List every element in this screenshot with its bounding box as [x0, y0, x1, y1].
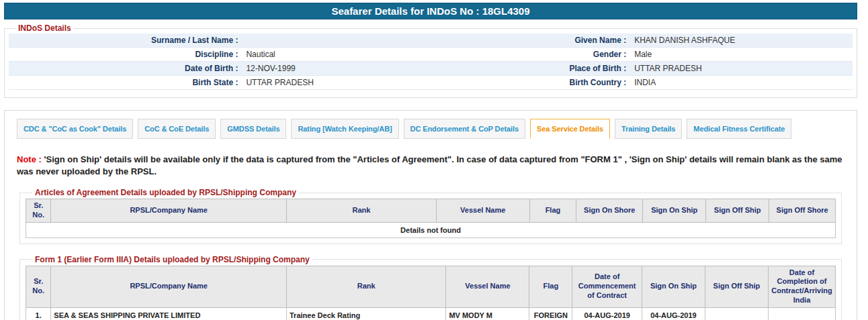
detail-row-birth: Date of Birth : 12-NOV-1999 Place of Bir… — [9, 62, 853, 76]
details-not-found-message: Details not found — [26, 222, 836, 237]
form1-table: Sr. No. RPSL/Company Name Rank Vessel Na… — [26, 266, 836, 320]
tab-content-panel: CDC & "CoC as Cook" Details CoC & CoE De… — [4, 110, 857, 320]
indos-details-section: INDoS Details Surname / Last Name : Give… — [4, 23, 857, 98]
col-sign-on-ship: Sign On Ship — [643, 199, 706, 223]
fieldset-spacer — [9, 90, 853, 94]
col-date-of-commencement: Date of Commencement of Contract — [572, 266, 642, 307]
articles-of-agreement-section: Articles of Agreement Details uploaded b… — [19, 188, 842, 244]
col-sign-off-shore: Sign Off Shore — [769, 199, 836, 223]
birth-country-value: INDIA — [629, 78, 853, 87]
sign-on-ship-note: Note : 'Sign on Ship' details will be av… — [17, 154, 844, 177]
cell-flag: FOREIGN — [529, 307, 572, 320]
page: Seafarer Details for INDoS No : 18GL4309… — [0, 0, 868, 320]
col-flag: Flag — [529, 266, 572, 307]
detail-row-discipline: Discipline : Nautical Gender : Male — [9, 48, 853, 62]
note-prefix: Note : — [17, 154, 42, 164]
col-sign-off-ship: Sign Off Ship — [705, 266, 768, 307]
col-vessel-name: Vessel Name — [446, 266, 529, 307]
col-rpsl-company-name: RPSL/Company Name — [51, 266, 287, 307]
form1-section: Form 1 (Earlier Form IIIA) Details uploa… — [19, 255, 842, 320]
tab-medical-fitness[interactable]: Medical Fitness Certificate — [687, 119, 791, 139]
cell-vessel-name: MV MODY M — [446, 307, 529, 320]
col-sign-off-ship: Sign Off Ship — [706, 199, 769, 223]
cell-sign-off-ship — [705, 307, 768, 320]
articles-of-agreement-table: Sr. No. RPSL/Company Name Rank Vessel Na… — [26, 199, 836, 238]
page-title-bar: Seafarer Details for INDoS No : 18GL4309 — [4, 3, 857, 19]
col-rank: Rank — [287, 199, 437, 223]
discipline-label: Discipline : — [9, 50, 241, 59]
tab-cdc-coc-as-cook[interactable]: CDC & "CoC as Cook" Details — [17, 119, 133, 139]
col-flag: Flag — [529, 199, 576, 223]
col-sign-on-shore: Sign On Shore — [576, 199, 643, 223]
given-name-value: KHAN DANISH ASHFAQUE — [629, 36, 853, 45]
discipline-value: Nautical — [241, 50, 435, 59]
cell-sr-no: 1. — [26, 307, 51, 320]
cell-rpsl-company-name: SEA & SEAS SHIPPING PRIVATE LIMITED — [51, 307, 287, 320]
tab-rating-watch-keeping[interactable]: Rating [Watch Keeping/AB] — [291, 119, 398, 139]
place-of-birth-label: Place of Birth : — [435, 64, 629, 73]
date-of-birth-value: 12-NOV-1999 — [241, 64, 435, 73]
col-vessel-name: Vessel Name — [436, 199, 529, 223]
page-title: Seafarer Details for INDoS No : 18GL4309 — [331, 5, 529, 17]
col-rank: Rank — [287, 266, 446, 307]
tab-strip: CDC & "CoC as Cook" Details CoC & CoE De… — [17, 119, 844, 139]
col-sr-no: Sr. No. — [26, 199, 51, 223]
gender-label: Gender : — [435, 50, 629, 59]
tab-gmdss[interactable]: GMDSS Details — [220, 119, 286, 139]
tab-dc-endorsement-cop[interactable]: DC Endorsement & CoP Details — [404, 119, 525, 139]
birth-country-label: Birth Country : — [435, 78, 629, 87]
tab-sea-service[interactable]: Sea Service Details — [530, 119, 610, 139]
cell-date-of-commencement: 04-AUG-2019 — [572, 307, 642, 320]
form1-header-row: Sr. No. RPSL/Company Name Rank Vessel Na… — [26, 266, 836, 307]
cell-rank: Trainee Deck Rating — [287, 307, 446, 320]
gender-value: Male — [629, 50, 853, 59]
indos-details-legend: INDoS Details — [15, 23, 74, 33]
birth-state-label: Birth State : — [9, 78, 241, 87]
given-name-label: Given Name : — [435, 36, 629, 45]
articles-header-row: Sr. No. RPSL/Company Name Rank Vessel Na… — [26, 199, 836, 223]
col-rpsl-company-name: RPSL/Company Name — [51, 199, 287, 223]
tab-coc-coe[interactable]: CoC & CoE Details — [138, 119, 216, 139]
cell-sign-on-ship: 04-AUG-2019 — [642, 307, 705, 320]
col-date-of-completion: Date of Completion of Contract/Arriving … — [768, 266, 835, 307]
surname-label: Surname / Last Name : — [9, 36, 241, 45]
col-sign-on-ship: Sign On Ship — [642, 266, 705, 307]
place-of-birth-value: UTTAR PRADESH — [629, 64, 853, 73]
articles-of-agreement-legend: Articles of Agreement Details uploaded b… — [32, 188, 299, 197]
tab-training[interactable]: Training Details — [615, 119, 682, 139]
col-sr-no: Sr. No. — [26, 266, 51, 307]
cell-date-of-completion — [768, 307, 835, 320]
detail-row-state: Birth State : UTTAR PRADESH Birth Countr… — [9, 76, 853, 90]
birth-state-value: UTTAR PRADESH — [241, 78, 435, 87]
detail-row-name: Surname / Last Name : Given Name : KHAN … — [9, 34, 853, 48]
date-of-birth-label: Date of Birth : — [9, 64, 241, 73]
note-text: 'Sign on Ship' details will be available… — [17, 154, 842, 176]
form1-data-row: 1. SEA & SEAS SHIPPING PRIVATE LIMITED T… — [26, 307, 836, 320]
form1-legend: Form 1 (Earlier Form IIIA) Details uploa… — [32, 255, 312, 264]
articles-empty-row: Details not found — [26, 222, 836, 237]
